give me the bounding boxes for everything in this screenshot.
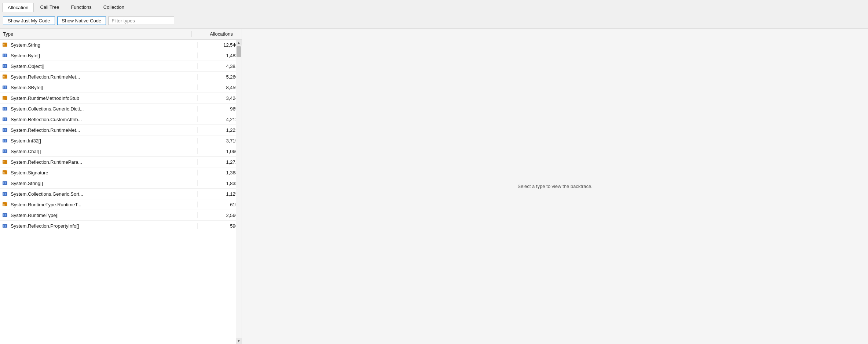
cell-type: System.RuntimeType[] [0, 212, 198, 218]
type-icon [2, 212, 9, 218]
cell-type: System.Reflection.RuntimeMet... [0, 127, 198, 133]
type-name: System.Reflection.CustomAttrib... [11, 117, 82, 122]
table-row[interactable]: C System.RuntimeType.RuntimeT... 615 [0, 199, 242, 210]
table-row[interactable]: C System.Signature 1,368 [0, 167, 242, 178]
type-icon: C [2, 159, 9, 165]
table-row[interactable]: System.Reflection.PropertyInfo[] 596 [0, 221, 242, 231]
type-name: System.Reflection.RuntimePara... [11, 159, 82, 165]
table-row[interactable]: System.Int32[] 3,715 [0, 135, 242, 146]
table-row[interactable]: System.String[] 1,838 [0, 178, 242, 189]
show-native-code-button[interactable]: Show Native Code [57, 17, 106, 25]
cell-allocations: 3,715 [198, 138, 242, 144]
type-icon [2, 63, 9, 69]
type-name: System.Reflection.PropertyInfo[] [11, 223, 79, 229]
svg-rect-43 [3, 193, 4, 195]
tab-call-tree[interactable]: Call Tree [34, 3, 65, 12]
type-icon [2, 84, 9, 90]
table-header: Type Allocations [0, 29, 242, 40]
scroll-thumb[interactable] [237, 46, 241, 57]
cell-allocations: 1,483 [198, 53, 242, 58]
type-icon [2, 127, 9, 133]
table-row[interactable]: System.Char[] 1,060 [0, 146, 242, 157]
svg-rect-4 [3, 54, 4, 57]
cell-type: System.Int32[] [0, 138, 198, 144]
cell-type: System.Collections.Generic.Sort... [0, 191, 198, 197]
type-name: System.Int32[] [11, 138, 41, 144]
table-row[interactable]: System.RuntimeType[] 2,566 [0, 210, 242, 221]
type-name: System.Reflection.RuntimeMet... [11, 127, 80, 133]
type-icon [2, 52, 9, 58]
cell-type: C System.Signature [0, 170, 198, 175]
svg-rect-23 [5, 118, 6, 120]
cell-type: System.Char[] [0, 148, 198, 154]
table-row[interactable]: System.SByte[] 8,459 [0, 82, 242, 93]
type-icon [2, 138, 9, 144]
table-row[interactable]: System.Collections.Generic.Sort... 1,125 [0, 189, 242, 199]
svg-rect-49 [3, 214, 4, 216]
type-name: System.SByte[] [11, 85, 43, 90]
tab-functions[interactable]: Functions [65, 3, 97, 12]
table-row[interactable]: System.Byte[] 1,483 [0, 50, 242, 61]
type-icon: C [2, 202, 9, 207]
cell-allocations: 1,838 [198, 181, 242, 186]
svg-text:C: C [3, 204, 5, 206]
svg-text:C: C [3, 44, 5, 47]
col-alloc-header: Allocations [192, 31, 236, 37]
table-row[interactable]: C System.String 12,540 [0, 40, 242, 50]
cell-type: C System.Reflection.RuntimeMet... [0, 74, 198, 80]
table-row[interactable]: System.Collections.Generic.Dicti... 965 [0, 104, 242, 114]
type-icon [2, 106, 9, 112]
tab-allocation[interactable]: Allocation [2, 3, 34, 12]
scroll-down-button[interactable]: ▼ [236, 338, 242, 344]
left-panel: Type Allocations C System.String 12,540 … [0, 29, 242, 344]
type-icon: C [2, 42, 9, 48]
type-icon: C [2, 74, 9, 80]
svg-rect-26 [5, 129, 6, 131]
table-row[interactable]: System.Reflection.CustomAttrib... 4,212 [0, 114, 242, 125]
svg-rect-32 [5, 150, 6, 152]
table-row[interactable]: C System.Reflection.RuntimeMet... 5,260 [0, 72, 242, 82]
cell-allocations: 615 [198, 202, 242, 207]
cell-allocations: 1,271 [198, 159, 242, 165]
cell-type: System.Byte[] [0, 52, 198, 58]
table-row[interactable]: System.Reflection.RuntimeMet... 1,223 [0, 125, 242, 135]
cell-type: C System.String [0, 42, 198, 48]
type-name: System.RuntimeType.RuntimeT... [11, 202, 81, 207]
type-name: System.String[] [11, 181, 43, 186]
main-layout: Type Allocations C System.String 12,540 … [0, 29, 868, 344]
tab-collection[interactable]: Collection [98, 3, 130, 12]
svg-rect-31 [3, 150, 4, 152]
svg-rect-7 [3, 65, 4, 67]
table-row[interactable]: C System.Reflection.RuntimePara... 1,271 [0, 157, 242, 167]
cell-allocations: 5,260 [198, 74, 242, 80]
cell-type: System.Reflection.PropertyInfo[] [0, 223, 198, 229]
type-icon: C [2, 95, 9, 101]
svg-rect-28 [3, 140, 4, 142]
scroll-up-button[interactable]: ▲ [236, 40, 242, 46]
svg-rect-40 [3, 182, 4, 184]
filter-types-input[interactable] [108, 17, 174, 25]
cell-allocations: 4,212 [198, 117, 242, 122]
type-icon [2, 180, 9, 186]
right-panel: Select a type to view the backtrace. [242, 29, 868, 344]
cell-allocations: 12,540 [198, 42, 242, 48]
svg-rect-8 [5, 65, 6, 67]
cell-allocations: 1,060 [198, 149, 242, 154]
cell-allocations: 3,424 [198, 95, 242, 101]
cell-type: System.SByte[] [0, 84, 198, 90]
show-my-code-button[interactable]: Show Just My Code [3, 17, 55, 25]
cell-type: System.Reflection.CustomAttrib... [0, 116, 198, 122]
cell-allocations: 965 [198, 106, 242, 112]
svg-rect-19 [3, 108, 4, 110]
table-row[interactable]: C System.RuntimeMethodInfoStub 3,424 [0, 93, 242, 104]
type-name: System.Object[] [11, 64, 44, 69]
type-name: System.Char[] [11, 149, 41, 154]
col-type-header: Type [0, 31, 192, 37]
table-row[interactable]: System.Object[] 4,381 [0, 61, 242, 72]
cell-type: C System.Reflection.RuntimePara... [0, 159, 198, 165]
type-icon [2, 191, 9, 197]
svg-rect-14 [5, 86, 6, 88]
svg-rect-5 [5, 54, 6, 57]
svg-rect-41 [5, 182, 6, 184]
cell-allocations: 596 [198, 223, 242, 229]
